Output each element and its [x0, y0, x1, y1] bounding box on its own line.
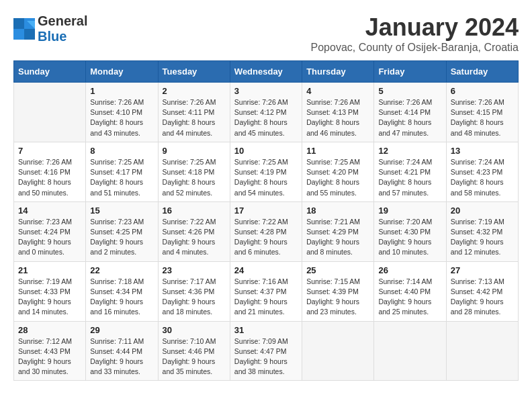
calendar-cell: 15Sunrise: 7:23 AM Sunset: 4:25 PM Dayli… [86, 201, 158, 261]
day-info: Sunrise: 7:22 AM Sunset: 4:26 PM Dayligh… [163, 217, 226, 258]
day-number: 31 [234, 325, 298, 335]
day-info: Sunrise: 7:11 AM Sunset: 4:44 PM Dayligh… [90, 336, 153, 377]
svg-rect-0 [13, 18, 24, 29]
day-number: 10 [234, 146, 298, 156]
day-number: 8 [90, 146, 153, 156]
day-number: 30 [163, 325, 226, 335]
month-title: January 2024 [311, 13, 519, 42]
svg-rect-2 [13, 29, 24, 40]
day-number: 24 [234, 265, 298, 275]
logo: General Blue [13, 13, 87, 44]
day-number: 26 [378, 265, 441, 275]
day-info: Sunrise: 7:19 AM Sunset: 4:32 PM Dayligh… [451, 217, 514, 258]
calendar-cell: 3Sunrise: 7:26 AM Sunset: 4:12 PM Daylig… [230, 83, 302, 142]
calendar-cell: 27Sunrise: 7:13 AM Sunset: 4:42 PM Dayli… [446, 261, 518, 321]
day-info: Sunrise: 7:26 AM Sunset: 4:15 PM Dayligh… [451, 97, 514, 138]
day-info: Sunrise: 7:25 AM Sunset: 4:18 PM Dayligh… [163, 157, 226, 198]
calendar-cell: 7Sunrise: 7:26 AM Sunset: 4:16 PM Daylig… [14, 142, 86, 201]
weekday-header-thursday: Thursday [302, 61, 374, 83]
day-info: Sunrise: 7:13 AM Sunset: 4:42 PM Dayligh… [451, 277, 514, 318]
calendar-cell: 12Sunrise: 7:24 AM Sunset: 4:21 PM Dayli… [374, 142, 446, 201]
calendar-cell: 8Sunrise: 7:25 AM Sunset: 4:17 PM Daylig… [86, 142, 158, 201]
day-info: Sunrise: 7:18 AM Sunset: 4:34 PM Dayligh… [90, 277, 153, 318]
week-row-5: 28Sunrise: 7:12 AM Sunset: 4:43 PM Dayli… [14, 321, 519, 381]
calendar-cell: 19Sunrise: 7:20 AM Sunset: 4:30 PM Dayli… [374, 201, 446, 261]
day-number: 27 [451, 265, 514, 275]
day-info: Sunrise: 7:25 AM Sunset: 4:19 PM Dayligh… [234, 157, 298, 198]
logo-icon [13, 18, 35, 40]
day-info: Sunrise: 7:26 AM Sunset: 4:12 PM Dayligh… [234, 97, 298, 138]
day-number: 25 [306, 265, 369, 275]
calendar-cell: 23Sunrise: 7:17 AM Sunset: 4:36 PM Dayli… [158, 261, 230, 321]
day-info: Sunrise: 7:22 AM Sunset: 4:28 PM Dayligh… [234, 217, 298, 258]
day-number: 4 [306, 86, 369, 96]
day-info: Sunrise: 7:10 AM Sunset: 4:46 PM Dayligh… [163, 336, 226, 377]
day-number: 14 [18, 205, 81, 216]
day-info: Sunrise: 7:17 AM Sunset: 4:36 PM Dayligh… [163, 277, 226, 318]
calendar-cell: 24Sunrise: 7:16 AM Sunset: 4:37 PM Dayli… [230, 261, 302, 321]
day-info: Sunrise: 7:16 AM Sunset: 4:37 PM Dayligh… [234, 277, 298, 318]
day-number: 6 [451, 86, 514, 96]
calendar-cell: 30Sunrise: 7:10 AM Sunset: 4:46 PM Dayli… [158, 321, 230, 381]
day-info: Sunrise: 7:19 AM Sunset: 4:33 PM Dayligh… [18, 277, 81, 318]
calendar-cell: 21Sunrise: 7:19 AM Sunset: 4:33 PM Dayli… [14, 261, 86, 321]
day-info: Sunrise: 7:26 AM Sunset: 4:13 PM Dayligh… [306, 97, 369, 138]
day-number: 3 [234, 86, 298, 96]
day-number: 20 [451, 205, 514, 216]
day-info: Sunrise: 7:09 AM Sunset: 4:47 PM Dayligh… [234, 336, 298, 377]
weekday-header-monday: Monday [86, 61, 158, 83]
day-number: 7 [18, 146, 81, 156]
page-header: General Blue January 2024 Popovac, Count… [13, 13, 519, 54]
day-number: 15 [90, 205, 153, 216]
day-info: Sunrise: 7:23 AM Sunset: 4:24 PM Dayligh… [18, 217, 81, 258]
calendar-table: SundayMondayTuesdayWednesdayThursdayFrid… [13, 60, 519, 381]
day-number: 2 [163, 86, 226, 96]
day-number: 12 [378, 146, 441, 156]
calendar-cell: 5Sunrise: 7:26 AM Sunset: 4:14 PM Daylig… [374, 83, 446, 142]
day-number: 19 [378, 205, 441, 216]
logo-general: General [38, 13, 87, 28]
calendar-cell: 10Sunrise: 7:25 AM Sunset: 4:19 PM Dayli… [230, 142, 302, 201]
calendar-cell: 2Sunrise: 7:26 AM Sunset: 4:11 PM Daylig… [158, 83, 230, 142]
day-number: 23 [163, 265, 226, 275]
calendar-cell: 9Sunrise: 7:25 AM Sunset: 4:18 PM Daylig… [158, 142, 230, 201]
day-info: Sunrise: 7:26 AM Sunset: 4:10 PM Dayligh… [90, 97, 153, 138]
day-number: 18 [306, 205, 369, 216]
weekday-header-row: SundayMondayTuesdayWednesdayThursdayFrid… [14, 61, 519, 83]
calendar-cell [14, 83, 86, 142]
day-info: Sunrise: 7:15 AM Sunset: 4:39 PM Dayligh… [306, 277, 369, 318]
day-number: 22 [90, 265, 153, 275]
day-info: Sunrise: 7:20 AM Sunset: 4:30 PM Dayligh… [378, 217, 441, 258]
calendar-cell: 16Sunrise: 7:22 AM Sunset: 4:26 PM Dayli… [158, 201, 230, 261]
week-row-3: 14Sunrise: 7:23 AM Sunset: 4:24 PM Dayli… [14, 201, 519, 261]
day-info: Sunrise: 7:26 AM Sunset: 4:16 PM Dayligh… [18, 157, 81, 198]
day-info: Sunrise: 7:21 AM Sunset: 4:29 PM Dayligh… [306, 217, 369, 258]
weekday-header-tuesday: Tuesday [158, 61, 230, 83]
calendar-cell [302, 321, 374, 381]
calendar-cell [374, 321, 446, 381]
weekday-header-sunday: Sunday [14, 61, 86, 83]
calendar-cell: 13Sunrise: 7:24 AM Sunset: 4:23 PM Dayli… [446, 142, 518, 201]
title-section: January 2024 Popovac, County of Osijek-B… [311, 13, 519, 54]
calendar-cell: 6Sunrise: 7:26 AM Sunset: 4:15 PM Daylig… [446, 83, 518, 142]
day-number: 17 [234, 205, 298, 216]
weekday-header-saturday: Saturday [446, 61, 518, 83]
day-info: Sunrise: 7:14 AM Sunset: 4:40 PM Dayligh… [378, 277, 441, 318]
day-info: Sunrise: 7:24 AM Sunset: 4:23 PM Dayligh… [451, 157, 514, 198]
day-info: Sunrise: 7:23 AM Sunset: 4:25 PM Dayligh… [90, 217, 153, 258]
day-info: Sunrise: 7:24 AM Sunset: 4:21 PM Dayligh… [378, 157, 441, 198]
day-number: 11 [306, 146, 369, 156]
calendar-cell: 14Sunrise: 7:23 AM Sunset: 4:24 PM Dayli… [14, 201, 86, 261]
calendar-cell: 20Sunrise: 7:19 AM Sunset: 4:32 PM Dayli… [446, 201, 518, 261]
calendar-cell: 26Sunrise: 7:14 AM Sunset: 4:40 PM Dayli… [374, 261, 446, 321]
calendar-cell: 22Sunrise: 7:18 AM Sunset: 4:34 PM Dayli… [86, 261, 158, 321]
calendar-cell: 4Sunrise: 7:26 AM Sunset: 4:13 PM Daylig… [302, 83, 374, 142]
calendar-cell: 28Sunrise: 7:12 AM Sunset: 4:43 PM Dayli… [14, 321, 86, 381]
week-row-2: 7Sunrise: 7:26 AM Sunset: 4:16 PM Daylig… [14, 142, 519, 201]
day-number: 29 [90, 325, 153, 335]
day-info: Sunrise: 7:25 AM Sunset: 4:20 PM Dayligh… [306, 157, 369, 198]
calendar-cell: 17Sunrise: 7:22 AM Sunset: 4:28 PM Dayli… [230, 201, 302, 261]
location-title: Popovac, County of Osijek-Baranja, Croat… [311, 42, 519, 54]
calendar-cell: 11Sunrise: 7:25 AM Sunset: 4:20 PM Dayli… [302, 142, 374, 201]
day-info: Sunrise: 7:12 AM Sunset: 4:43 PM Dayligh… [18, 336, 81, 377]
